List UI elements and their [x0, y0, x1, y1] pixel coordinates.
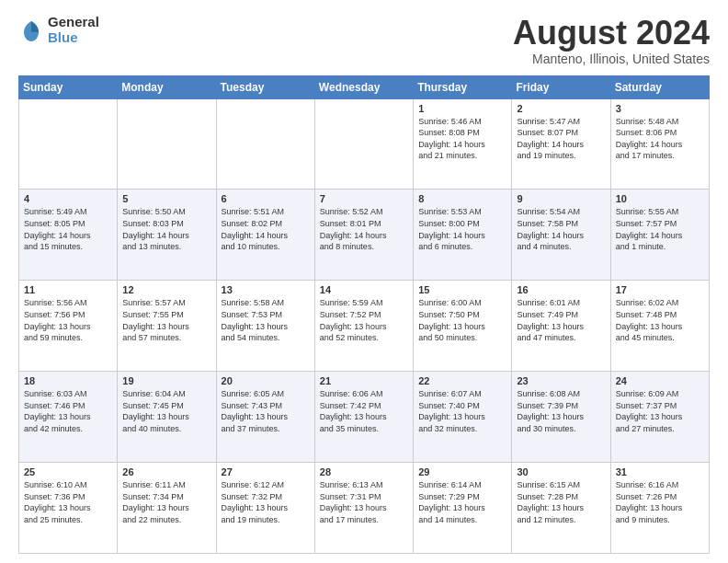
day-number: 8 [418, 193, 506, 204]
day-cell: 21Sunrise: 6:06 AM Sunset: 7:42 PM Dayli… [314, 372, 413, 463]
day-cell: 17Sunrise: 6:02 AM Sunset: 7:48 PM Dayli… [610, 281, 709, 372]
day-info: Sunrise: 6:09 AM Sunset: 7:37 PM Dayligh… [616, 388, 704, 434]
day-number: 18 [24, 375, 112, 386]
calendar: SundayMondayTuesdayWednesdayThursdayFrid… [18, 75, 710, 554]
day-number: 22 [418, 375, 506, 386]
day-info: Sunrise: 5:51 AM Sunset: 8:02 PM Dayligh… [222, 206, 310, 252]
day-number: 13 [222, 284, 310, 295]
day-info: Sunrise: 6:05 AM Sunset: 7:43 PM Dayligh… [222, 388, 310, 434]
day-cell: 28Sunrise: 6:13 AM Sunset: 7:31 PM Dayli… [314, 463, 413, 554]
day-info: Sunrise: 5:57 AM Sunset: 7:55 PM Dayligh… [122, 297, 210, 343]
day-number: 20 [222, 375, 310, 386]
day-cell: 8Sunrise: 5:53 AM Sunset: 8:00 PM Daylig… [414, 190, 512, 281]
day-info: Sunrise: 5:47 AM Sunset: 8:07 PM Dayligh… [517, 116, 605, 162]
logo: General Blue [18, 15, 99, 45]
day-info: Sunrise: 6:07 AM Sunset: 7:40 PM Dayligh… [418, 388, 506, 434]
day-number: 7 [320, 193, 408, 204]
day-number: 24 [616, 375, 704, 386]
day-info: Sunrise: 6:11 AM Sunset: 7:34 PM Dayligh… [122, 479, 210, 525]
day-header-thursday: Thursday [414, 75, 512, 98]
day-number: 31 [616, 466, 704, 477]
week-row-2: 11Sunrise: 5:56 AM Sunset: 7:56 PM Dayli… [19, 281, 710, 372]
day-cell: 5Sunrise: 5:50 AM Sunset: 8:03 PM Daylig… [118, 190, 216, 281]
day-cell: 14Sunrise: 5:59 AM Sunset: 7:52 PM Dayli… [314, 281, 413, 372]
day-number: 23 [517, 375, 605, 386]
day-cell: 23Sunrise: 6:08 AM Sunset: 7:39 PM Dayli… [512, 372, 610, 463]
day-cell: 12Sunrise: 5:57 AM Sunset: 7:55 PM Dayli… [118, 281, 216, 372]
header: General Blue August 2024 Manteno, Illino… [18, 15, 710, 66]
title-block: August 2024 Manteno, Illinois, United St… [513, 15, 710, 66]
logo-general: General [48, 15, 99, 30]
day-cell [216, 98, 314, 190]
day-info: Sunrise: 5:53 AM Sunset: 8:00 PM Dayligh… [418, 206, 506, 252]
day-info: Sunrise: 6:01 AM Sunset: 7:49 PM Dayligh… [517, 297, 605, 343]
day-header-monday: Monday [118, 75, 216, 98]
day-number: 17 [616, 284, 704, 295]
day-cell: 26Sunrise: 6:11 AM Sunset: 7:34 PM Dayli… [118, 463, 216, 554]
day-header-sunday: Sunday [19, 75, 118, 98]
day-cell: 13Sunrise: 5:58 AM Sunset: 7:53 PM Dayli… [216, 281, 314, 372]
day-info: Sunrise: 6:06 AM Sunset: 7:42 PM Dayligh… [320, 388, 408, 434]
day-cell: 16Sunrise: 6:01 AM Sunset: 7:49 PM Dayli… [512, 281, 610, 372]
day-info: Sunrise: 6:08 AM Sunset: 7:39 PM Dayligh… [517, 388, 605, 434]
day-number: 16 [517, 284, 605, 295]
day-info: Sunrise: 6:03 AM Sunset: 7:46 PM Dayligh… [24, 388, 112, 434]
day-info: Sunrise: 5:55 AM Sunset: 7:57 PM Dayligh… [616, 206, 704, 252]
day-number: 28 [320, 466, 408, 477]
day-cell [118, 98, 216, 190]
day-header-friday: Friday [512, 75, 610, 98]
day-info: Sunrise: 6:16 AM Sunset: 7:26 PM Dayligh… [616, 479, 704, 525]
day-cell: 4Sunrise: 5:49 AM Sunset: 8:05 PM Daylig… [19, 190, 118, 281]
week-row-0: 1Sunrise: 5:46 AM Sunset: 8:08 PM Daylig… [19, 98, 710, 190]
day-info: Sunrise: 6:00 AM Sunset: 7:50 PM Dayligh… [418, 297, 506, 343]
day-number: 14 [320, 284, 408, 295]
day-info: Sunrise: 5:49 AM Sunset: 8:05 PM Dayligh… [24, 206, 112, 252]
day-number: 26 [122, 466, 210, 477]
day-number: 19 [122, 375, 210, 386]
day-cell: 24Sunrise: 6:09 AM Sunset: 7:37 PM Dayli… [610, 372, 709, 463]
day-info: Sunrise: 6:04 AM Sunset: 7:45 PM Dayligh… [122, 388, 210, 434]
day-cell: 3Sunrise: 5:48 AM Sunset: 8:06 PM Daylig… [610, 98, 709, 190]
day-cell [314, 98, 413, 190]
day-cell: 22Sunrise: 6:07 AM Sunset: 7:40 PM Dayli… [414, 372, 512, 463]
day-number: 29 [418, 466, 506, 477]
day-number: 10 [616, 193, 704, 204]
day-number: 9 [517, 193, 605, 204]
week-row-3: 18Sunrise: 6:03 AM Sunset: 7:46 PM Dayli… [19, 372, 710, 463]
day-info: Sunrise: 5:58 AM Sunset: 7:53 PM Dayligh… [222, 297, 310, 343]
main-title: August 2024 [513, 15, 710, 52]
day-cell: 10Sunrise: 5:55 AM Sunset: 7:57 PM Dayli… [610, 190, 709, 281]
page: General Blue August 2024 Manteno, Illino… [0, 0, 728, 563]
day-number: 1 [418, 103, 506, 114]
day-number: 5 [122, 193, 210, 204]
day-info: Sunrise: 5:48 AM Sunset: 8:06 PM Dayligh… [616, 116, 704, 162]
day-info: Sunrise: 5:56 AM Sunset: 7:56 PM Dayligh… [24, 297, 112, 343]
day-number: 15 [418, 284, 506, 295]
day-cell: 15Sunrise: 6:00 AM Sunset: 7:50 PM Dayli… [414, 281, 512, 372]
logo-blue: Blue [48, 30, 99, 46]
day-cell: 2Sunrise: 5:47 AM Sunset: 8:07 PM Daylig… [512, 98, 610, 190]
day-cell: 27Sunrise: 6:12 AM Sunset: 7:32 PM Dayli… [216, 463, 314, 554]
calendar-header: SundayMondayTuesdayWednesdayThursdayFrid… [19, 75, 710, 98]
week-row-4: 25Sunrise: 6:10 AM Sunset: 7:36 PM Dayli… [19, 463, 710, 554]
logo-icon [18, 17, 44, 43]
day-header-saturday: Saturday [610, 75, 709, 98]
day-info: Sunrise: 5:50 AM Sunset: 8:03 PM Dayligh… [122, 206, 210, 252]
subtitle: Manteno, Illinois, United States [513, 52, 710, 66]
day-cell: 20Sunrise: 6:05 AM Sunset: 7:43 PM Dayli… [216, 372, 314, 463]
day-cell: 1Sunrise: 5:46 AM Sunset: 8:08 PM Daylig… [414, 98, 512, 190]
day-cell: 9Sunrise: 5:54 AM Sunset: 7:58 PM Daylig… [512, 190, 610, 281]
day-info: Sunrise: 6:12 AM Sunset: 7:32 PM Dayligh… [222, 479, 310, 525]
day-info: Sunrise: 5:59 AM Sunset: 7:52 PM Dayligh… [320, 297, 408, 343]
day-number: 3 [616, 103, 704, 114]
day-cell: 11Sunrise: 5:56 AM Sunset: 7:56 PM Dayli… [19, 281, 118, 372]
day-info: Sunrise: 6:10 AM Sunset: 7:36 PM Dayligh… [24, 479, 112, 525]
day-number: 2 [517, 103, 605, 114]
day-info: Sunrise: 6:02 AM Sunset: 7:48 PM Dayligh… [616, 297, 704, 343]
day-number: 4 [24, 193, 112, 204]
day-info: Sunrise: 6:13 AM Sunset: 7:31 PM Dayligh… [320, 479, 408, 525]
calendar-body: 1Sunrise: 5:46 AM Sunset: 8:08 PM Daylig… [19, 98, 710, 553]
day-number: 21 [320, 375, 408, 386]
day-cell [19, 98, 118, 190]
day-number: 6 [222, 193, 310, 204]
